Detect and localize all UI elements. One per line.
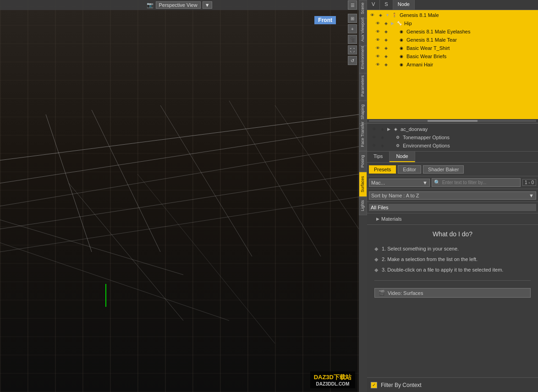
rotate-icon[interactable]: ↺ (348, 56, 357, 65)
node-panel-toolbar: Presets Editor Shader Baker (367, 163, 538, 176)
mesh-icon-doorway: ◈ (392, 126, 399, 132)
sidebar-item-parameters[interactable]: Parameters (359, 73, 367, 101)
eye-icon-eyelashes: 👁 (374, 28, 381, 35)
tab-node-panel[interactable]: Node (390, 152, 415, 162)
search-icon: 🔍 (434, 180, 440, 185)
sort-dropdown[interactable]: Sort by Name : A to Z ▼ (369, 191, 536, 200)
scene-list: 👁 ◈ ▼ 🧍 Genesis 8.1 Male 👁 ◈ ▶ 🦴 Hip 👁 ◈… (367, 10, 538, 119)
search-placeholder: Enter text to filter by... (442, 180, 487, 185)
green-line-indicator (105, 284, 106, 307)
scene-item-eyelashes[interactable]: 👁 ◈ ◉ Genesis 8.1 Male Eyelashes (367, 27, 538, 36)
scene-item-hair[interactable]: 👁 ◈ ◉ Armani Hair (367, 60, 538, 69)
materials-tree: ▶ Materials (367, 213, 538, 225)
scene-item-tshirt[interactable]: 👁 ◈ ◉ Basic Wear T_Shirt (367, 44, 538, 52)
eye-icon-tonemapper: 👁 (371, 134, 377, 141)
scene-item-briefs[interactable]: 👁 ◈ ◉ Basic Wear Briefs (367, 52, 538, 60)
all-files-label: All Files (371, 205, 389, 210)
tab-s[interactable]: S (380, 0, 393, 10)
sidebar-item-lights[interactable]: Lights (359, 197, 367, 215)
bone-icon-hip: 🦴 (396, 20, 402, 27)
scene-panel: V S Node 👁 ◈ ▼ 🧍 Genesis 8.1 Male 👁 ◈ ▶ … (367, 0, 538, 124)
scene-item-label-hip: Hip (404, 21, 412, 26)
select-icon-tshirt: ◈ (383, 45, 389, 51)
eye-icon-hip: 👁 (374, 20, 381, 27)
menu-icon-btn[interactable]: ☰ (348, 0, 357, 10)
select-icon-hip: ◈ (383, 20, 389, 27)
filter-dropdown[interactable]: Mac... ▼ (369, 179, 430, 187)
object-row-tonemapper[interactable]: 👁 ◈ ⚙ Tonemapper Options (369, 133, 536, 142)
scene-tabs: V S Node (367, 0, 538, 10)
front-view-label: Front (314, 16, 336, 24)
eye-icon-environment: 👁 (371, 142, 377, 149)
svg-line-0 (0, 114, 359, 160)
file-tree: All Files (367, 202, 538, 213)
select-icon-tonemapper: ◈ (379, 134, 385, 141)
count-badge: 1 - 0 (522, 179, 536, 186)
tab-v[interactable]: V (367, 0, 380, 10)
svg-line-13 (137, 174, 275, 343)
materials-label: Materials (381, 216, 402, 222)
instruction-3: ◆ 3. Double-click on a file to apply it … (374, 267, 531, 273)
select-icon-eyelashes: ◈ (383, 28, 389, 35)
objects-panel: 👁 ◈ ▶ ◈ ac_doorway 👁 ◈ ⚙ Tonemapper Opti… (367, 124, 538, 152)
sidebar-item-shaping[interactable]: Shaping (359, 101, 367, 124)
video-surfaces-button[interactable]: 🎬 Video: Surfaces (374, 288, 531, 298)
scene-item-label-hair: Armani Hair (406, 62, 433, 67)
scene-item-label-briefs: Basic Wear Briefs (406, 54, 446, 59)
perspective-dropdown[interactable]: ▼ (203, 1, 212, 9)
select-icon-tear: ◈ (383, 37, 389, 43)
tab-editor[interactable]: Editor (398, 165, 421, 174)
scene-item-genesis81[interactable]: 👁 ◈ ▼ 🧍 Genesis 8.1 Male (367, 11, 538, 19)
instruction-2: ◆ 2. Make a selection from the list on t… (374, 256, 531, 262)
instruction-1: ◆ 1. Select something in your scene. (374, 246, 531, 252)
select-icon-genesis: ◈ (377, 12, 384, 18)
sidebar-item-environment[interactable]: Environment (359, 46, 367, 73)
select-icon-doorway: ◈ (379, 126, 385, 132)
settings-icon-environment: ⚙ (395, 142, 401, 149)
zoom-icon[interactable]: + (348, 24, 357, 33)
camera2-icon[interactable]: 🎥 (348, 35, 357, 44)
scene-item-hip[interactable]: 👁 ◈ ▶ 🦴 Hip (367, 19, 538, 27)
tab-shader-baker[interactable]: Shader Baker (423, 165, 464, 174)
sidebar-item-aux-viewport[interactable]: Aux Viewport (359, 18, 367, 46)
object-row-acdoorway[interactable]: 👁 ◈ ▶ ◈ ac_doorway (369, 125, 536, 133)
tree-item-materials[interactable]: ▶ Materials (374, 215, 536, 223)
instruction-text-2: 2. Make a selection from the list on the… (382, 256, 478, 262)
expand-icon[interactable]: ⊞ (348, 14, 357, 23)
svg-line-12 (69, 183, 183, 321)
eye-icon-briefs: 👁 (374, 53, 381, 60)
sidebar-item-face-transfer[interactable]: Face Transfer (359, 124, 367, 151)
search-box[interactable]: 🔍 Enter text to filter by... (432, 178, 521, 187)
scene-item-tear[interactable]: 👁 ◈ ◉ Genesis 8.1 Male Tear (367, 36, 538, 44)
perspective-view-label[interactable]: Perspective View (155, 1, 200, 9)
sidebar-item-scene[interactable]: Scene (359, 0, 367, 18)
object-label-tonemapper: Tonemapper Options (403, 135, 450, 140)
mesh-icon-eyelashes: ◉ (398, 28, 405, 35)
wireframe-overlay (0, 0, 359, 392)
eye-icon-tear: 👁 (374, 37, 381, 43)
side-tabs-panel: Scene Aux Viewport Environment Parameter… (359, 0, 367, 392)
fullscreen-icon[interactable]: ⛶ (348, 45, 357, 54)
video-icon: 🎬 (379, 290, 385, 296)
filter-dropdown-label: Mac... (371, 180, 385, 185)
viewport-canvas: 📷 Perspective View ▼ ☰ Front ⊞ + 🎥 ⛶ ↺ D… (0, 0, 359, 392)
sidebar-item-surfaces[interactable]: Surfaces (359, 172, 367, 197)
eye-icon-tshirt: 👁 (374, 45, 381, 51)
mesh-icon-hair: ◉ (398, 61, 405, 68)
viewport-toolbar-center: 📷 Perspective View ▼ (147, 0, 212, 10)
tab-node[interactable]: Node (393, 0, 415, 10)
filter-context-checkbox[interactable]: ✓ (371, 382, 377, 388)
tree-item-all-files[interactable]: All Files (369, 204, 536, 211)
instruction-num-3: ◆ (374, 267, 378, 273)
scene-item-label-genesis81: Genesis 8.1 Male (400, 12, 439, 18)
mesh-icon-briefs: ◉ (398, 53, 405, 60)
object-row-environment[interactable]: 👁 ◈ ⚙ Environment Options (369, 142, 536, 150)
tab-presets[interactable]: Presets (369, 165, 396, 174)
svg-line-9 (275, 105, 359, 229)
sidebar-item-posing[interactable]: Posing (359, 151, 367, 172)
what-do-panel: What do I do? ◆ 1. Select something in y… (367, 225, 538, 377)
tab-tips[interactable]: Tips (367, 152, 390, 162)
tips-node-tabs: Tips Node (367, 152, 538, 163)
sort-row: Sort by Name : A to Z ▼ (367, 189, 538, 202)
scene-scrollbar[interactable] (369, 120, 536, 122)
